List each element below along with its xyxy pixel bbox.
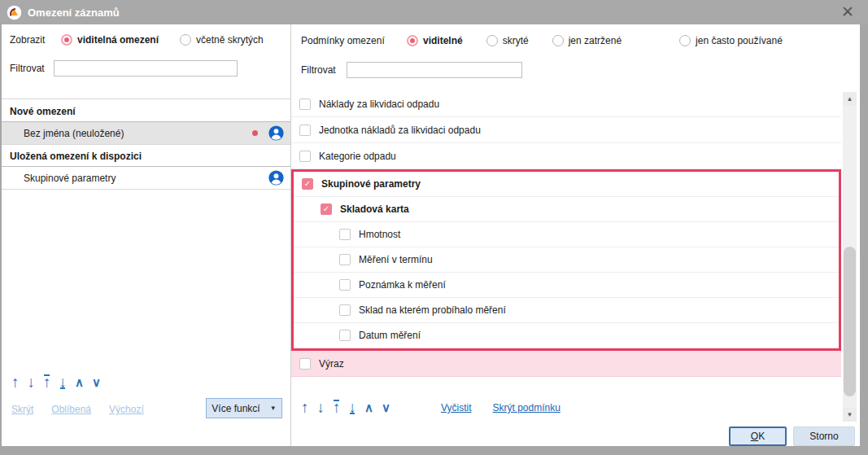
radio-icon bbox=[61, 34, 72, 46]
link-skr-t-podm-nku[interactable]: Skrýt podmínku bbox=[493, 402, 560, 413]
condition-row[interactable]: ✓Skladová karta bbox=[294, 197, 839, 222]
condition-label: Kategorie odpadu bbox=[319, 151, 396, 162]
checkbox-icon[interactable] bbox=[339, 254, 351, 265]
dialog-body: Zobrazit viditelná omezenívčetně skrytýc… bbox=[2, 24, 860, 446]
right-bottom-toolbar: ↑↓↑↓∧∨ VyčistitSkrýt podmínku bbox=[301, 400, 582, 415]
list-item-label: Bez jména (neuložené) bbox=[24, 128, 124, 139]
scroll-up-icon[interactable]: ▲ bbox=[843, 92, 857, 106]
condition-row[interactable]: ✓Skupinové parametry bbox=[294, 172, 839, 197]
link-obl-ben-: Oblíbená bbox=[51, 404, 91, 415]
user-icon bbox=[268, 170, 284, 186]
condition-row[interactable]: Měření v termínu bbox=[294, 247, 839, 273]
condition-row[interactable]: Poznámka k měření bbox=[294, 273, 839, 298]
left-links-row: SkrýtOblíbenáVýchozí bbox=[11, 404, 162, 415]
condition-radio-option[interactable]: viditelné bbox=[407, 35, 463, 46]
storno-button[interactable]: Storno bbox=[793, 427, 855, 446]
link-skr-t: Skrýt bbox=[11, 404, 33, 415]
radio-label: jen zatržené bbox=[569, 35, 622, 46]
list-section-header: Uložená omezení k dispozici bbox=[2, 145, 290, 167]
ok-button[interactable]: OK bbox=[729, 427, 787, 446]
checklist-scrollbar[interactable]: ▲ ▼ bbox=[843, 92, 857, 422]
left-separator bbox=[2, 98, 290, 99]
condition-label: Datum měření bbox=[359, 330, 421, 341]
chevron-up-icon[interactable]: ∧ bbox=[75, 375, 84, 390]
move-first-icon[interactable]: ↑ bbox=[43, 375, 51, 390]
restrictions-list: Nové omezeníBez jména (neuložené)Uložená… bbox=[2, 100, 290, 190]
checkbox-icon[interactable] bbox=[339, 330, 351, 341]
chevron-down-icon[interactable]: ∨ bbox=[92, 375, 101, 390]
condition-row[interactable]: Hmotnost bbox=[294, 222, 839, 247]
move-up-icon[interactable]: ↑ bbox=[301, 400, 309, 415]
condition-label: Měření v termínu bbox=[359, 254, 433, 265]
move-up-icon[interactable]: ↑ bbox=[11, 375, 20, 390]
restriction-list-item[interactable]: Bez jména (neuložené) bbox=[2, 122, 290, 145]
move-down-icon[interactable]: ↓ bbox=[317, 400, 325, 415]
list-section-header: Nové omezení bbox=[2, 100, 290, 122]
left-filter-row: Filtrovat bbox=[10, 60, 238, 77]
radio-icon bbox=[552, 35, 564, 46]
user-icon bbox=[268, 125, 284, 141]
zobrazit-label: Zobrazit bbox=[10, 34, 61, 46]
move-down-icon[interactable]: ↓ bbox=[28, 375, 36, 390]
right-filter-input[interactable] bbox=[347, 62, 522, 78]
app-logo-icon bbox=[7, 5, 22, 20]
left-filter-input[interactable] bbox=[54, 60, 238, 77]
close-icon[interactable]: ✕ bbox=[837, 2, 858, 22]
checkbox-icon[interactable] bbox=[339, 304, 351, 316]
condition-row[interactable]: Datum měření bbox=[294, 323, 839, 348]
zobrazit-radio-option[interactable]: včetně skrytých bbox=[180, 34, 264, 46]
radio-icon bbox=[407, 35, 418, 46]
checkbox-checked-icon[interactable]: ✓ bbox=[302, 178, 313, 190]
right-filter-row: Filtrovat bbox=[301, 62, 522, 78]
condition-row[interactable]: Náklady za likvidaci odpadu bbox=[291, 91, 841, 117]
checkbox-checked-icon[interactable]: ✓ bbox=[321, 203, 332, 215]
right-links-row: VyčistitSkrýt podmínku bbox=[441, 402, 582, 413]
condition-radio-option[interactable]: jen zatržené bbox=[552, 35, 622, 46]
move-first-icon[interactable]: ↑ bbox=[333, 400, 341, 415]
more-functions-button[interactable]: Více funkcí ▼ bbox=[206, 398, 282, 418]
restriction-list-item[interactable]: Skupinové parametry bbox=[2, 167, 290, 190]
unsaved-dot-icon bbox=[252, 130, 258, 136]
condition-label: Jednotka nákladů za likvidaci odpadu bbox=[319, 125, 481, 136]
move-last-icon[interactable]: ↓ bbox=[59, 375, 68, 390]
radio-label: skryté bbox=[503, 35, 529, 46]
zobrazit-radio-group: viditelná omezenívčetně skrytých bbox=[61, 34, 264, 46]
titlebar: Omezení záznamů ✕ bbox=[0, 0, 868, 24]
scroll-down-icon[interactable]: ▼ bbox=[843, 408, 857, 422]
right-filter-label: Filtrovat bbox=[301, 64, 347, 76]
scrollbar-thumb[interactable] bbox=[844, 247, 856, 396]
link-v-choz-: Výchozí bbox=[109, 404, 144, 415]
radio-label: včetně skrytých bbox=[196, 34, 264, 46]
chevron-up-icon[interactable]: ∧ bbox=[364, 400, 373, 415]
conditions-row: Podmínky omezení viditelnéskrytéjen zatr… bbox=[301, 33, 852, 49]
condition-label: Skladová karta bbox=[340, 203, 409, 215]
condition-row[interactable]: Kategorie odpadu bbox=[291, 143, 841, 169]
condition-row[interactable]: Sklad na kterém probíhalo měření bbox=[294, 298, 839, 323]
condition-radio-option[interactable]: skryté bbox=[486, 35, 529, 46]
checkbox-icon[interactable] bbox=[339, 279, 351, 291]
condition-label: Náklady za likvidaci odpadu bbox=[319, 98, 439, 110]
checkbox-icon[interactable] bbox=[299, 151, 311, 162]
checklist-section: Náklady za likvidaci odpaduJednotka nákl… bbox=[291, 91, 841, 169]
condition-row[interactable]: Výraz bbox=[291, 351, 841, 377]
zobrazit-radio-option[interactable]: viditelná omezení bbox=[61, 34, 159, 46]
left-reorder-toolbar: ↑↓↑↓∧∨ bbox=[11, 375, 109, 390]
checkbox-icon[interactable] bbox=[339, 229, 351, 240]
checkbox-icon[interactable] bbox=[299, 125, 311, 136]
condition-row[interactable]: Jednotka nákladů za likvidaci odpadu bbox=[291, 117, 841, 143]
dialog-title: Omezení záznamů bbox=[28, 7, 120, 19]
move-last-icon[interactable]: ↓ bbox=[349, 400, 357, 415]
radio-icon bbox=[486, 35, 498, 46]
condition-label: Hmotnost bbox=[359, 229, 400, 240]
checkbox-icon[interactable] bbox=[299, 98, 311, 110]
condition-label: Sklad na kterém probíhalo měření bbox=[359, 304, 506, 316]
link-vy-istit[interactable]: Vyčistit bbox=[441, 402, 472, 413]
zobrazit-row: Zobrazit viditelná omezenívčetně skrytýc… bbox=[10, 32, 286, 48]
conditions-radio-group: viditelnéskrytéjen zatrženéjen často pou… bbox=[407, 35, 783, 46]
conditions-checklist: Náklady za likvidaci odpaduJednotka nákl… bbox=[291, 91, 841, 377]
checkbox-icon[interactable] bbox=[299, 358, 311, 370]
condition-radio-option[interactable]: jen často používané bbox=[679, 35, 783, 46]
chevron-down-icon[interactable]: ∨ bbox=[382, 400, 390, 415]
list-item-label: Skupinové parametry bbox=[24, 173, 116, 184]
radio-label: viditelné bbox=[423, 35, 463, 46]
